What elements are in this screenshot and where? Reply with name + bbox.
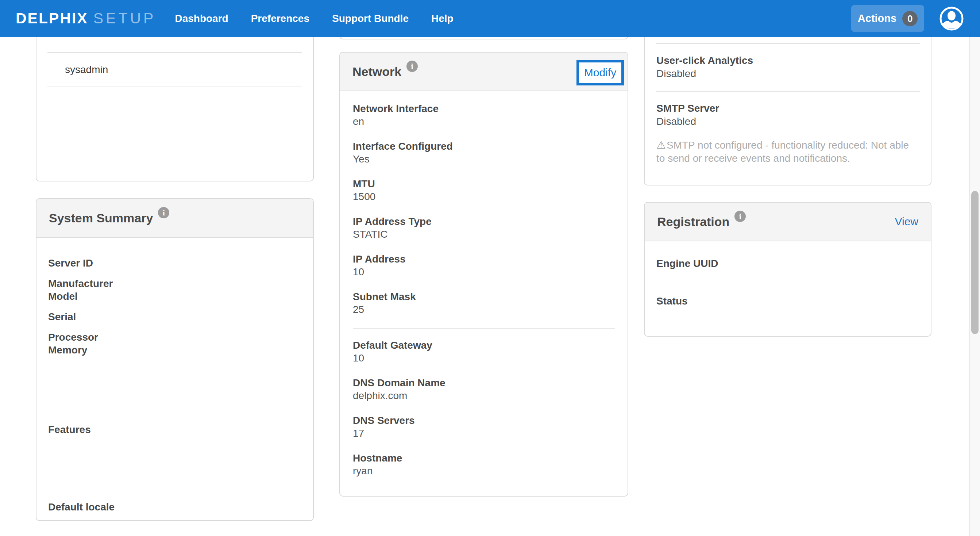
info-icon[interactable]: i bbox=[406, 61, 418, 72]
warning-icon: ⚠ bbox=[656, 139, 666, 151]
processor-label: Processor bbox=[48, 331, 301, 344]
smtp-warning-text: SMTP not configured - functionality redu… bbox=[656, 139, 909, 164]
server-id-label: Server ID bbox=[48, 257, 301, 270]
serial-label: Serial bbox=[48, 310, 301, 323]
nav-preferences[interactable]: Preferences bbox=[251, 13, 309, 24]
delphix-setup-page: DELPHIX SETUP Dashboard Preferences Supp… bbox=[0, 0, 980, 536]
field-label: DNS Servers bbox=[353, 414, 615, 427]
status-card: User-click Analytics Disabled SMTP Serve… bbox=[644, 11, 931, 185]
scrollbar-track[interactable] bbox=[969, 0, 980, 536]
field-value: 10 bbox=[353, 265, 615, 278]
smtp-warning-message: ⚠SMTP not configured - functionality red… bbox=[656, 139, 916, 165]
field-label: Interface Configured bbox=[353, 140, 615, 153]
info-icon[interactable]: i bbox=[735, 211, 746, 222]
field-label: Network Interface bbox=[353, 102, 615, 115]
field-value: 10 bbox=[353, 352, 615, 364]
main-nav: Dashboard Preferences Support Bundle Hel… bbox=[175, 13, 453, 24]
field-value: Yes bbox=[353, 153, 615, 165]
hostname-field: Hostname ryan bbox=[353, 451, 615, 477]
default-gateway-field: Default Gateway 10 bbox=[353, 339, 615, 364]
smtp-server-label: SMTP Server bbox=[656, 102, 916, 115]
field-value: 17 bbox=[353, 427, 615, 440]
divider bbox=[48, 86, 302, 87]
registration-card: Registration i View Engine UUID Status bbox=[644, 202, 931, 337]
field-value: en bbox=[353, 115, 615, 128]
registration-title: Registration bbox=[657, 215, 729, 229]
nav-help[interactable]: Help bbox=[431, 13, 453, 24]
field-label: Default Gateway bbox=[353, 339, 615, 352]
system-summary-title: System Summary bbox=[49, 211, 153, 225]
network-interface-field: Network Interface en bbox=[353, 102, 615, 128]
status-label: Status bbox=[656, 295, 919, 308]
dns-domain-name-field: DNS Domain Name delphix.com bbox=[353, 376, 615, 402]
registration-header: Registration i View bbox=[645, 203, 931, 241]
field-label: IP Address Type bbox=[353, 215, 615, 228]
ip-address-type-field: IP Address Type STATIC bbox=[353, 215, 615, 241]
manufacturer-label: Manufacturer bbox=[48, 277, 301, 290]
divider bbox=[655, 43, 920, 44]
user-click-analytics-value: Disabled bbox=[656, 67, 916, 80]
logo-delphix: DELPHIX bbox=[16, 10, 88, 27]
ip-address-field: IP Address 10 bbox=[353, 253, 615, 278]
user-list-item-sysadmin[interactable]: sysadmin bbox=[65, 53, 302, 86]
field-value: 25 bbox=[353, 303, 615, 316]
actions-button[interactable]: Actions 0 bbox=[851, 5, 924, 32]
actions-button-label: Actions bbox=[858, 13, 896, 24]
network-title: Network bbox=[352, 65, 401, 79]
default-locale-label: Default locale bbox=[48, 501, 301, 514]
field-label: IP Address bbox=[353, 253, 615, 265]
field-label: Hostname bbox=[353, 451, 615, 464]
subnet-mask-field: Subnet Mask 25 bbox=[353, 290, 615, 316]
system-summary-body: Server ID Manufacturer Model Serial Proc… bbox=[37, 238, 313, 514]
features-label: Features bbox=[48, 423, 301, 436]
modify-button[interactable]: Modify bbox=[576, 60, 624, 85]
model-label: Model bbox=[48, 290, 301, 303]
network-header: Network i Modify bbox=[340, 53, 628, 91]
nav-support-bundle[interactable]: Support Bundle bbox=[332, 13, 409, 24]
field-label: Subnet Mask bbox=[353, 290, 615, 303]
user-avatar-icon[interactable] bbox=[939, 6, 964, 31]
smtp-server-value: Disabled bbox=[656, 115, 916, 128]
topbar-right: Actions 0 bbox=[851, 5, 964, 32]
mtu-field: MTU 1500 bbox=[353, 177, 615, 203]
scrollbar-thumb[interactable] bbox=[971, 191, 978, 334]
view-link[interactable]: View bbox=[895, 215, 918, 228]
system-summary-card: System Summary i Server ID Manufacturer … bbox=[36, 198, 314, 521]
engine-uuid-label: Engine UUID bbox=[656, 257, 919, 270]
dns-servers-field: DNS Servers 17 bbox=[353, 414, 615, 440]
user-click-analytics-label: User-click Analytics bbox=[656, 54, 916, 67]
divider bbox=[655, 91, 920, 92]
field-value: ryan bbox=[353, 464, 615, 477]
memory-label: Memory bbox=[48, 344, 301, 356]
actions-count-badge: 0 bbox=[902, 11, 918, 26]
top-navbar: DELPHIX SETUP Dashboard Preferences Supp… bbox=[0, 0, 980, 37]
info-icon[interactable]: i bbox=[158, 207, 169, 219]
registration-body: Engine UUID Status bbox=[645, 241, 931, 308]
system-summary-header: System Summary i bbox=[37, 199, 313, 238]
network-card: Network i Modify Network Interface en In… bbox=[339, 52, 628, 496]
interface-configured-field: Interface Configured Yes bbox=[353, 140, 615, 165]
field-value: STATIC bbox=[353, 228, 615, 241]
field-value: delphix.com bbox=[353, 389, 615, 402]
network-body: Network Interface en Interface Configure… bbox=[340, 91, 628, 477]
field-value: 1500 bbox=[353, 190, 615, 203]
nav-dashboard[interactable]: Dashboard bbox=[175, 13, 228, 24]
divider bbox=[353, 328, 615, 329]
field-label: MTU bbox=[353, 177, 615, 190]
logo-setup: SETUP bbox=[94, 10, 156, 27]
field-label: DNS Domain Name bbox=[353, 376, 615, 389]
app-logo: DELPHIX SETUP bbox=[16, 10, 156, 27]
